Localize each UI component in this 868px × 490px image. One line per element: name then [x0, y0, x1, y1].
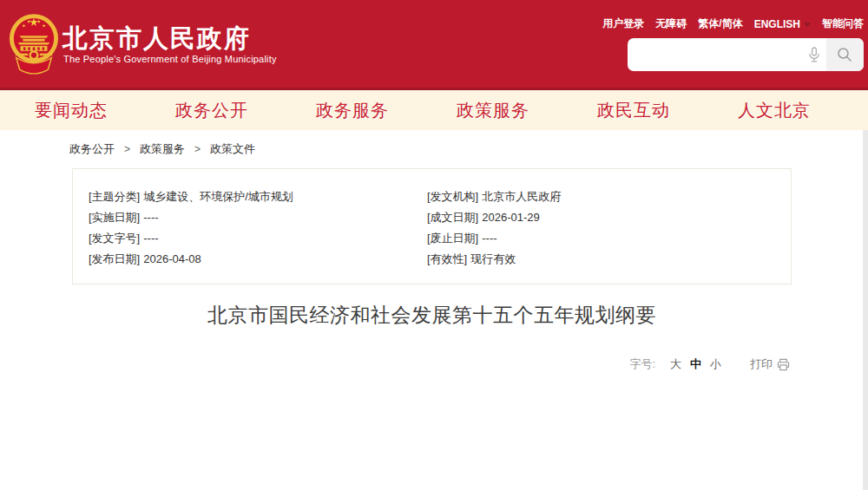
print-button[interactable]: 打印	[750, 356, 790, 372]
meta-publish-date: [发布日期]2026-04-08	[89, 253, 427, 265]
document-metadata-box: [主题分类]城乡建设、环境保护/城市规划 [实施日期]---- [发文字号]--…	[72, 168, 792, 284]
breadcrumb: 政务公开 > 政策服务 > 政策文件	[69, 141, 255, 157]
site-title[interactable]: 北京市人民政府	[62, 22, 251, 56]
search-input[interactable]	[628, 38, 802, 71]
meta-document-number: [发文字号]----	[89, 232, 427, 244]
breadcrumb-item-policy-documents[interactable]: 政策文件	[210, 141, 255, 157]
metadata-right-column: [发文机构]北京市人民政府 [成文日期]2026-01-29 [废止日期]---…	[427, 191, 775, 284]
microphone-icon[interactable]	[802, 38, 826, 71]
font-size-small-button[interactable]: 小	[710, 356, 721, 372]
page-title: 北京市国民经济和社会发展第十五个五年规划纲要	[72, 302, 792, 329]
traditional-simplified-link[interactable]: 繁体/简体	[698, 16, 742, 31]
font-size-label: 字号:	[629, 356, 655, 372]
nav-item-policy-services[interactable]: 政策服务	[457, 99, 529, 122]
english-dropdown[interactable]: ENGLISH	[754, 18, 811, 30]
smart-qa-link[interactable]: 智能问答	[822, 16, 864, 31]
meta-topic-category: [主题分类]城乡建设、环境保护/城市规划	[89, 191, 427, 202]
search-icon	[837, 47, 852, 62]
font-size-medium-button[interactable]: 中	[690, 356, 701, 372]
english-label: ENGLISH	[754, 18, 800, 30]
page-scrollbar[interactable]	[863, 130, 868, 490]
nav-item-news[interactable]: 要闻动态	[35, 99, 108, 122]
site-header: 北京市人民政府 The People's Government of Beiji…	[0, 0, 868, 90]
search-button[interactable]	[826, 38, 864, 71]
nav-item-gov-affairs[interactable]: 政务公开	[175, 99, 248, 122]
national-emblem-logo[interactable]	[9, 10, 59, 80]
accessibility-link[interactable]: 无障碍	[655, 16, 687, 31]
meta-validity: [有效性]现行有效	[427, 253, 775, 265]
printer-icon	[777, 358, 790, 371]
breadcrumb-separator: >	[194, 143, 201, 155]
meta-written-date: [成文日期]2026-01-29	[427, 212, 775, 223]
print-label: 打印	[750, 356, 773, 372]
nav-item-culture[interactable]: 人文北京	[738, 99, 811, 122]
chevron-down-icon	[804, 23, 811, 27]
meta-issuing-agency: [发文机构]北京市人民政府	[427, 191, 775, 202]
meta-repeal-date: [废止日期]----	[427, 232, 775, 244]
breadcrumb-item-gov-affairs[interactable]: 政务公开	[69, 141, 115, 157]
main-nav: 要闻动态 政务公开 政务服务 政策服务 政民互动 人文北京	[0, 90, 868, 130]
breadcrumb-separator: >	[124, 143, 130, 155]
breadcrumb-item-policy-services[interactable]: 政策服务	[140, 141, 185, 157]
article-toolbar: 字号: 大 中 小 打印	[629, 356, 790, 372]
nav-item-interaction[interactable]: 政民互动	[597, 99, 670, 122]
search-bar	[628, 38, 864, 71]
metadata-left-column: [主题分类]城乡建设、环境保护/城市规划 [实施日期]---- [发文字号]--…	[89, 191, 427, 284]
site-subtitle: The People's Government of Beijing Munic…	[63, 54, 277, 64]
login-link[interactable]: 用户登录	[602, 16, 644, 31]
font-size-large-button[interactable]: 大	[670, 356, 681, 372]
nav-item-gov-services[interactable]: 政务服务	[316, 99, 389, 122]
meta-implementation-date: [实施日期]----	[89, 212, 427, 223]
utility-links: 用户登录 无障碍 繁体/简体 ENGLISH 智能问答	[602, 16, 864, 31]
